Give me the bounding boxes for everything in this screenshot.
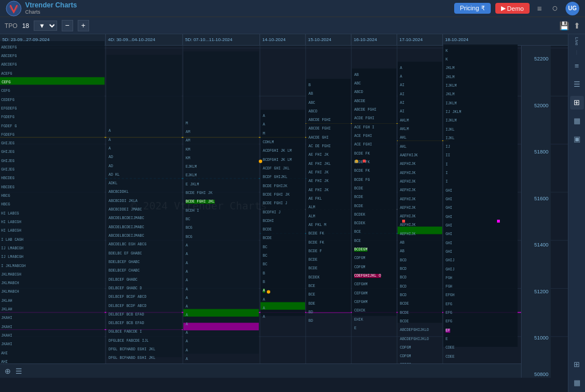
live-label: Live — [574, 37, 579, 46]
logo-area: Vtrender Charts Charts — [6, 1, 77, 17]
price-51400: 51400 — [534, 242, 548, 248]
panel-btn-bottom1[interactable]: ⊞ — [570, 357, 584, 371]
panel-btn-layout1[interactable]: ≡ — [570, 59, 584, 73]
chart-profile-content: ABCDEFG ABCDEFG ABCDEFG ACEFG CEFG CEFG … — [0, 34, 568, 378]
main-content: 5D: 23-09...27-09-2024 4D: 30-09...04-10… — [0, 34, 585, 392]
tpo-label: TPO — [5, 22, 18, 29]
chart-area[interactable]: 5D: 23-09...27-09-2024 4D: 30-09...04-10… — [0, 34, 568, 392]
pricing-button[interactable]: Pricing ₹ — [454, 3, 491, 14]
profile-col-4: A A M CDHLM ACDFGHI JK LM BCDFGHI JK LM … — [263, 110, 292, 328]
price-50800: 50800 — [534, 371, 548, 377]
menu-icon-button[interactable]: ≡ — [534, 3, 544, 14]
demo-play-icon: ▶ — [501, 5, 506, 12]
save-icon[interactable]: 💾 — [559, 21, 569, 30]
tpo-minus-button[interactable]: − — [62, 20, 73, 31]
price-51800: 51800 — [534, 149, 548, 155]
svg-point-0 — [6, 1, 21, 16]
price-52000: 52000 — [534, 103, 548, 108]
price-52200: 52200 — [534, 56, 548, 62]
expand-icon-button[interactable]: ⊕ — [5, 367, 11, 375]
header-right: Pricing ₹ ▶ Demo ≡ ○ UG — [454, 1, 579, 15]
profile-col-1: ABCDEFG ABCDEFG ABCDEFG ACEFG CEFG CEFG … — [1, 41, 26, 378]
vtrender-logo — [6, 1, 22, 17]
bottom-toolbar: ⊕ ☰ — [0, 363, 536, 378]
profile-col-6: AB ABC ABCD ABCDE ABCDE FGHI ACDE FGHI A… — [354, 68, 381, 340]
profile-col-3: M AM AM KM KM EJKLM EJKLM E JKLM BCDE FG… — [186, 51, 215, 378]
panel-btn-grid2[interactable]: ▦ — [570, 114, 584, 128]
panel-btn-grid3[interactable]: ▣ — [570, 132, 584, 146]
download-icon[interactable]: ⬆ — [574, 21, 580, 30]
panel-btn-bottom2[interactable]: ▦ — [570, 375, 584, 389]
right-panel: Live ≡ ☰ ⊞ ▦ ▣ ⊞ ▦ — [568, 34, 585, 392]
panel-btn-grid1[interactable]: ⊞ — [570, 96, 584, 110]
tpo-value: 18 — [22, 22, 29, 29]
svg-point-36 — [259, 160, 262, 163]
user-circle-button[interactable]: ○ — [549, 1, 561, 15]
price-axis: 52200 52000 51800 51600 51400 51200 5100… — [521, 46, 551, 378]
price-51600: 51600 — [534, 196, 548, 201]
demo-button[interactable]: ▶ Demo — [495, 3, 530, 14]
price-51200: 51200 — [534, 289, 548, 294]
tpo-plus-button[interactable]: + — [78, 20, 89, 31]
bottom-menu-button[interactable]: ☰ — [15, 367, 22, 375]
profile-col-2: A A A AD AD AD KL ADKL ABCBCDDKL ABCBCDD… — [109, 55, 182, 378]
profile-col-5: B AB ABC ABCD ABCDE FGHI ABCDE FGHI AACD… — [308, 79, 331, 332]
user-avatar-button[interactable]: UG — [566, 2, 579, 15]
price-51000: 51000 — [534, 335, 548, 341]
logo-text: Vtrender Charts Charts — [25, 1, 77, 15]
panel-btn-layout2[interactable]: ☰ — [570, 78, 584, 91]
svg-rect-41 — [497, 220, 500, 223]
tpo-dropdown[interactable]: ▼ — [34, 21, 57, 31]
profile-col-8: K K JKLM JKLM IJKLM JKLM IJKLM IJ JKLM I… — [446, 45, 461, 378]
header: Vtrender Charts Charts Pricing ₹ ▶ Demo … — [0, 0, 585, 17]
toolbar: TPO 18 ▼ − + 💾 ⬆ — [0, 17, 585, 34]
profile-col-7: A A AI AI AI AI AKLM AKLM AKL AKL AAEFHI… — [400, 62, 429, 378]
